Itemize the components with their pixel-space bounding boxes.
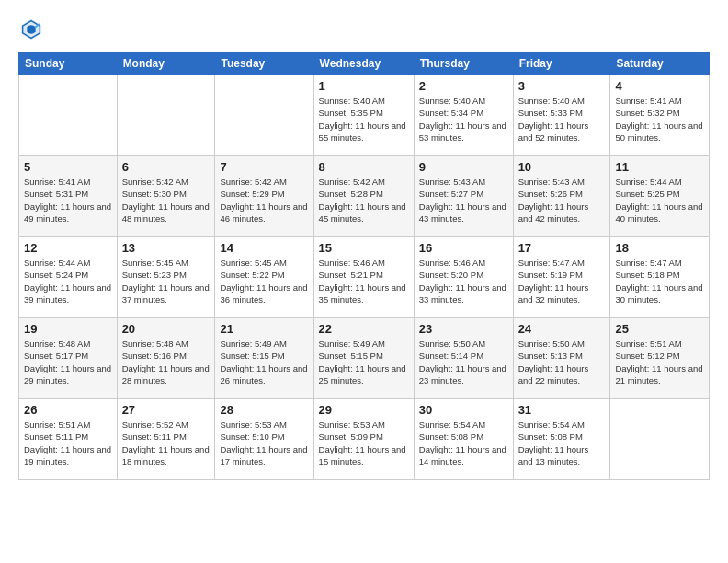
day-info: Sunrise: 5:42 AM Sunset: 5:30 PM Dayligh… — [122, 176, 210, 224]
day-info: Sunrise: 5:43 AM Sunset: 5:26 PM Dayligh… — [518, 176, 606, 224]
day-number: 29 — [319, 403, 409, 417]
day-number: 23 — [419, 322, 508, 336]
day-info: Sunrise: 5:51 AM Sunset: 5:12 PM Dayligh… — [615, 338, 704, 386]
day-cell: 30Sunrise: 5:54 AM Sunset: 5:08 PM Dayli… — [414, 399, 513, 480]
day-info: Sunrise: 5:46 AM Sunset: 5:21 PM Dayligh… — [319, 257, 409, 305]
day-number: 6 — [122, 160, 210, 174]
day-info: Sunrise: 5:48 AM Sunset: 5:17 PM Dayligh… — [24, 338, 112, 386]
day-cell: 21Sunrise: 5:49 AM Sunset: 5:15 PM Dayli… — [215, 318, 313, 399]
day-number: 8 — [319, 160, 409, 174]
day-info: Sunrise: 5:45 AM Sunset: 5:22 PM Dayligh… — [220, 257, 308, 305]
day-info: Sunrise: 5:45 AM Sunset: 5:23 PM Dayligh… — [122, 257, 210, 305]
calendar-table: SundayMondayTuesdayWednesdayThursdayFrid… — [18, 52, 710, 480]
day-info: Sunrise: 5:40 AM Sunset: 5:33 PM Dayligh… — [518, 95, 606, 144]
day-number: 27 — [122, 403, 210, 417]
day-info: Sunrise: 5:42 AM Sunset: 5:29 PM Dayligh… — [220, 176, 308, 224]
day-number: 31 — [518, 403, 606, 417]
day-cell: 12Sunrise: 5:44 AM Sunset: 5:24 PM Dayli… — [19, 237, 118, 318]
day-cell: 10Sunrise: 5:43 AM Sunset: 5:26 PM Dayli… — [513, 156, 610, 237]
day-info: Sunrise: 5:50 AM Sunset: 5:14 PM Dayligh… — [419, 338, 508, 386]
day-cell — [117, 75, 215, 156]
day-number: 9 — [419, 160, 508, 174]
day-cell: 9Sunrise: 5:43 AM Sunset: 5:27 PM Daylig… — [414, 156, 513, 237]
day-info: Sunrise: 5:44 AM Sunset: 5:24 PM Dayligh… — [24, 257, 112, 305]
day-cell: 8Sunrise: 5:42 AM Sunset: 5:28 PM Daylig… — [313, 156, 414, 237]
day-info: Sunrise: 5:47 AM Sunset: 5:18 PM Dayligh… — [615, 257, 704, 305]
day-number: 15 — [319, 241, 409, 255]
day-number: 5 — [24, 160, 112, 174]
day-number: 12 — [24, 241, 112, 255]
day-info: Sunrise: 5:43 AM Sunset: 5:27 PM Dayligh… — [419, 176, 508, 224]
weekday-header-thursday: Thursday — [414, 52, 513, 75]
day-number: 10 — [518, 160, 606, 174]
day-cell: 2Sunrise: 5:40 AM Sunset: 5:34 PM Daylig… — [414, 75, 513, 156]
weekday-header-saturday: Saturday — [610, 52, 710, 75]
weekday-header-sunday: Sunday — [19, 52, 118, 75]
day-number: 20 — [122, 322, 210, 336]
day-number: 1 — [319, 79, 409, 93]
day-cell: 4Sunrise: 5:41 AM Sunset: 5:32 PM Daylig… — [610, 75, 710, 156]
day-cell: 19Sunrise: 5:48 AM Sunset: 5:17 PM Dayli… — [19, 318, 118, 399]
day-number: 18 — [615, 241, 704, 255]
day-info: Sunrise: 5:40 AM Sunset: 5:35 PM Dayligh… — [319, 95, 409, 144]
day-cell: 29Sunrise: 5:53 AM Sunset: 5:09 PM Dayli… — [313, 399, 414, 480]
day-info: Sunrise: 5:42 AM Sunset: 5:28 PM Dayligh… — [319, 176, 409, 224]
day-info: Sunrise: 5:49 AM Sunset: 5:15 PM Dayligh… — [220, 338, 308, 386]
day-number: 26 — [24, 403, 112, 417]
weekday-header-wednesday: Wednesday — [313, 52, 414, 75]
day-number: 11 — [615, 160, 704, 174]
day-cell: 3Sunrise: 5:40 AM Sunset: 5:33 PM Daylig… — [513, 75, 610, 156]
day-cell: 25Sunrise: 5:51 AM Sunset: 5:12 PM Dayli… — [610, 318, 710, 399]
week-row-3: 12Sunrise: 5:44 AM Sunset: 5:24 PM Dayli… — [19, 237, 710, 318]
day-number: 19 — [24, 322, 112, 336]
day-cell: 18Sunrise: 5:47 AM Sunset: 5:18 PM Dayli… — [610, 237, 710, 318]
day-number: 21 — [220, 322, 308, 336]
day-number: 22 — [319, 322, 409, 336]
week-row-4: 19Sunrise: 5:48 AM Sunset: 5:17 PM Dayli… — [19, 318, 710, 399]
day-cell: 13Sunrise: 5:45 AM Sunset: 5:23 PM Dayli… — [117, 237, 215, 318]
day-number: 24 — [518, 322, 606, 336]
day-info: Sunrise: 5:52 AM Sunset: 5:11 PM Dayligh… — [122, 419, 210, 467]
day-info: Sunrise: 5:53 AM Sunset: 5:09 PM Dayligh… — [319, 419, 409, 467]
day-cell: 26Sunrise: 5:51 AM Sunset: 5:11 PM Dayli… — [19, 399, 118, 480]
day-cell: 7Sunrise: 5:42 AM Sunset: 5:29 PM Daylig… — [215, 156, 313, 237]
page: SundayMondayTuesdayWednesdayThursdayFrid… — [0, 0, 728, 563]
logo-icon — [18, 17, 44, 42]
weekday-header-tuesday: Tuesday — [215, 52, 313, 75]
day-cell: 31Sunrise: 5:54 AM Sunset: 5:08 PM Dayli… — [513, 399, 610, 480]
day-number: 4 — [615, 79, 704, 93]
weekday-header-monday: Monday — [117, 52, 215, 75]
day-number: 3 — [518, 79, 606, 93]
day-info: Sunrise: 5:53 AM Sunset: 5:10 PM Dayligh… — [220, 419, 308, 467]
day-cell: 27Sunrise: 5:52 AM Sunset: 5:11 PM Dayli… — [117, 399, 215, 480]
day-cell — [19, 75, 118, 156]
day-cell: 11Sunrise: 5:44 AM Sunset: 5:25 PM Dayli… — [610, 156, 710, 237]
day-number: 17 — [518, 241, 606, 255]
day-cell: 22Sunrise: 5:49 AM Sunset: 5:15 PM Dayli… — [313, 318, 414, 399]
day-info: Sunrise: 5:41 AM Sunset: 5:32 PM Dayligh… — [615, 95, 704, 144]
week-row-2: 5Sunrise: 5:41 AM Sunset: 5:31 PM Daylig… — [19, 156, 710, 237]
logo — [18, 17, 48, 42]
day-info: Sunrise: 5:54 AM Sunset: 5:08 PM Dayligh… — [518, 419, 606, 467]
day-info: Sunrise: 5:47 AM Sunset: 5:19 PM Dayligh… — [518, 257, 606, 305]
day-info: Sunrise: 5:46 AM Sunset: 5:20 PM Dayligh… — [419, 257, 508, 305]
weekday-header-row: SundayMondayTuesdayWednesdayThursdayFrid… — [19, 52, 710, 75]
day-cell: 6Sunrise: 5:42 AM Sunset: 5:30 PM Daylig… — [117, 156, 215, 237]
day-cell: 5Sunrise: 5:41 AM Sunset: 5:31 PM Daylig… — [19, 156, 118, 237]
day-number: 16 — [419, 241, 508, 255]
day-cell: 28Sunrise: 5:53 AM Sunset: 5:10 PM Dayli… — [215, 399, 313, 480]
day-number: 25 — [615, 322, 704, 336]
day-cell: 24Sunrise: 5:50 AM Sunset: 5:13 PM Dayli… — [513, 318, 610, 399]
day-info: Sunrise: 5:54 AM Sunset: 5:08 PM Dayligh… — [419, 419, 508, 467]
day-cell: 20Sunrise: 5:48 AM Sunset: 5:16 PM Dayli… — [117, 318, 215, 399]
day-info: Sunrise: 5:48 AM Sunset: 5:16 PM Dayligh… — [122, 338, 210, 386]
day-number: 2 — [419, 79, 508, 93]
day-number: 7 — [220, 160, 308, 174]
day-info: Sunrise: 5:50 AM Sunset: 5:13 PM Dayligh… — [518, 338, 606, 386]
day-cell: 17Sunrise: 5:47 AM Sunset: 5:19 PM Dayli… — [513, 237, 610, 318]
day-number: 14 — [220, 241, 308, 255]
day-cell — [215, 75, 313, 156]
day-info: Sunrise: 5:44 AM Sunset: 5:25 PM Dayligh… — [615, 176, 704, 224]
day-number: 30 — [419, 403, 508, 417]
day-cell — [610, 399, 710, 480]
